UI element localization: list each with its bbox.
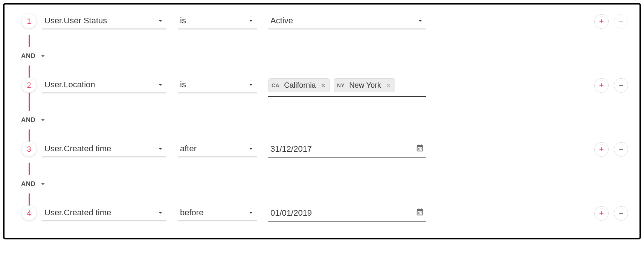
operator-select-label: is xyxy=(180,80,186,90)
connector-label: AND xyxy=(21,116,35,124)
connector-label: AND xyxy=(21,180,35,188)
tag-code: NY xyxy=(337,82,345,88)
field-select[interactable]: User.Created time xyxy=(42,142,166,157)
field-select-label: User.Location xyxy=(44,80,95,90)
tag-label: New York xyxy=(349,81,381,90)
value-select[interactable]: Active xyxy=(268,14,426,29)
remove-tag-button[interactable] xyxy=(320,83,326,88)
chevron-down-icon xyxy=(157,145,164,152)
add-row-button[interactable]: + xyxy=(594,206,609,221)
chevron-down-icon xyxy=(39,180,47,188)
operator-select[interactable]: before xyxy=(178,206,257,221)
filter-row: 3 User.Created time after 31/12/2017 xyxy=(16,142,628,163)
operator-select-label: before xyxy=(180,208,203,218)
date-value: 31/12/2017 xyxy=(270,144,312,154)
field-select-label: User.User Status xyxy=(44,16,107,26)
chevron-down-icon xyxy=(39,116,47,124)
value-select-label: Active xyxy=(270,16,293,26)
value-tag: CA California xyxy=(268,78,330,92)
field-select[interactable]: User.Created time xyxy=(42,206,166,221)
chevron-down-icon xyxy=(157,209,164,216)
connector-select[interactable]: AND xyxy=(21,116,47,124)
value-tag: NY New York xyxy=(334,78,395,92)
row-number-badge: 3 xyxy=(21,142,37,157)
field-select[interactable]: User.Location xyxy=(42,78,166,93)
chevron-down-icon xyxy=(39,52,47,60)
filter-row: 4 User.Created time before 01/01/2019 xyxy=(16,206,628,227)
connector-select[interactable]: AND xyxy=(21,180,47,188)
calendar-icon xyxy=(416,144,424,154)
remove-row-button[interactable]: − xyxy=(614,142,628,157)
remove-tag-button[interactable] xyxy=(386,83,391,88)
operator-select[interactable]: after xyxy=(178,142,257,157)
operator-select-label: after xyxy=(180,144,197,154)
add-row-button[interactable]: + xyxy=(594,142,609,157)
chevron-down-icon xyxy=(157,81,164,88)
tag-code: CA xyxy=(272,82,279,88)
filter-row: 2 User.Location is CA California xyxy=(16,78,628,99)
add-row-button[interactable]: + xyxy=(594,78,609,93)
row-number-badge: 1 xyxy=(21,14,37,29)
chevron-down-icon xyxy=(247,81,255,88)
row-number-badge: 4 xyxy=(21,206,37,221)
row-number-badge: 2 xyxy=(21,78,37,93)
remove-row-button[interactable]: − xyxy=(614,78,628,93)
operator-select-label: is xyxy=(180,16,186,26)
add-row-button[interactable]: + xyxy=(594,14,609,29)
filter-row: 1 User.User Status is Active xyxy=(16,14,628,35)
tag-label: California xyxy=(284,81,316,90)
remove-row-button[interactable]: − xyxy=(614,206,628,221)
value-tags-input[interactable]: CA California NY New York xyxy=(268,78,426,97)
operator-select[interactable]: is xyxy=(178,14,257,29)
chevron-down-icon xyxy=(247,145,255,152)
connector-select[interactable]: AND xyxy=(21,52,47,60)
operator-select[interactable]: is xyxy=(178,78,257,93)
connector-label: AND xyxy=(21,52,35,60)
field-select-label: User.Created time xyxy=(44,208,111,218)
chevron-down-icon xyxy=(417,17,424,24)
calendar-icon xyxy=(416,208,424,218)
date-input[interactable]: 31/12/2017 xyxy=(268,142,426,158)
field-select[interactable]: User.User Status xyxy=(42,14,166,29)
date-value: 01/01/2019 xyxy=(270,208,312,218)
filter-builder-panel: 1 User.User Status is Active xyxy=(3,3,641,239)
chevron-down-icon xyxy=(157,17,164,24)
chevron-down-icon xyxy=(247,209,255,216)
date-input[interactable]: 01/01/2019 xyxy=(268,206,426,222)
remove-row-button[interactable]: − xyxy=(614,14,628,29)
chevron-down-icon xyxy=(247,17,255,24)
field-select-label: User.Created time xyxy=(44,144,111,154)
